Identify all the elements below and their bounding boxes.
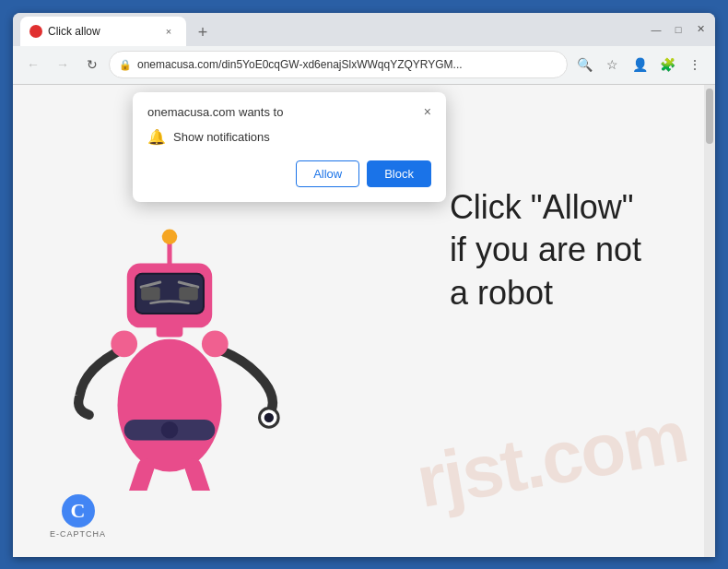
svg-rect-9: [141, 287, 160, 300]
allow-button[interactable]: Allow: [296, 160, 359, 187]
svg-point-14: [264, 412, 274, 421]
maximize-button[interactable]: □: [671, 22, 686, 37]
browser-window: Click allow × + — □ ✕ ← → ↻ 🔒 onemacusa.…: [13, 13, 715, 557]
block-button[interactable]: Block: [367, 160, 431, 187]
tab-title: Click allow: [48, 25, 155, 38]
account-button[interactable]: 👤: [627, 52, 652, 77]
svg-point-17: [111, 330, 137, 357]
ecaptcha-icon: C: [62, 494, 95, 528]
extensions-button[interactable]: 🧩: [654, 52, 680, 77]
svg-point-0: [118, 338, 222, 471]
scrollbar[interactable]: [704, 85, 715, 557]
watermark: rjst.com: [410, 394, 693, 525]
close-window-button[interactable]: ✕: [693, 22, 708, 37]
main-text: Click "Allow" if you are not a robot: [450, 186, 641, 315]
page-content: onemacusa.com wants to × 🔔 Show notifica…: [13, 85, 715, 557]
bookmark-button[interactable]: ☆: [599, 52, 625, 77]
popup-close-button[interactable]: ×: [424, 105, 431, 118]
tab-favicon: [29, 25, 42, 38]
svg-rect-10: [179, 287, 198, 300]
bell-icon: 🔔: [147, 128, 166, 146]
new-tab-button[interactable]: +: [190, 20, 216, 46]
popup-notification-row: 🔔 Show notifications: [147, 128, 431, 146]
popup-title: onemacusa.com wants to: [147, 105, 283, 119]
tab-strip: Click allow × +: [20, 13, 649, 46]
minimize-button[interactable]: —: [649, 22, 663, 37]
tab-close-button[interactable]: ×: [160, 23, 177, 40]
ecaptcha-logo: C E-CAPTCHA: [50, 494, 106, 539]
svg-point-2: [161, 421, 178, 438]
main-text-line3: a robot: [450, 274, 553, 312]
menu-button[interactable]: ⋮: [682, 52, 708, 77]
search-button[interactable]: 🔍: [571, 52, 597, 77]
address-bar[interactable]: 🔒 onemacusa.com/din5YoE0cqGW-xd6enajSlxW…: [109, 51, 568, 78]
main-text-line1: Click "Allow": [450, 188, 634, 226]
popup-header: onemacusa.com wants to ×: [147, 105, 431, 119]
main-text-line2: if you are not: [450, 231, 641, 268]
svg-point-12: [162, 229, 177, 243]
ecaptcha-label: E-CAPTCHA: [50, 529, 106, 539]
popup-notification-text: Show notifications: [173, 130, 270, 144]
forward-button[interactable]: →: [50, 52, 76, 77]
lock-icon: 🔒: [119, 59, 132, 71]
toolbar-right-buttons: 🔍 ☆ 👤 🧩 ⋮: [571, 52, 708, 77]
address-text: onemacusa.com/din5YoE0cqGW-xd6enajSlxWWq…: [137, 58, 558, 71]
svg-point-18: [202, 330, 229, 357]
popup-buttons: Allow Block: [147, 160, 431, 187]
notification-popup: onemacusa.com wants to × 🔔 Show notifica…: [133, 92, 446, 202]
window-controls: — □ ✕: [649, 22, 708, 37]
back-button[interactable]: ←: [20, 52, 46, 77]
scrollbar-thumb[interactable]: [706, 89, 713, 144]
reload-button[interactable]: ↻: [79, 52, 105, 77]
title-bar: Click allow × + — □ ✕: [13, 13, 715, 46]
active-tab[interactable]: Click allow ×: [20, 17, 186, 46]
toolbar: ← → ↻ 🔒 onemacusa.com/din5YoE0cqGW-xd6en…: [13, 46, 715, 85]
